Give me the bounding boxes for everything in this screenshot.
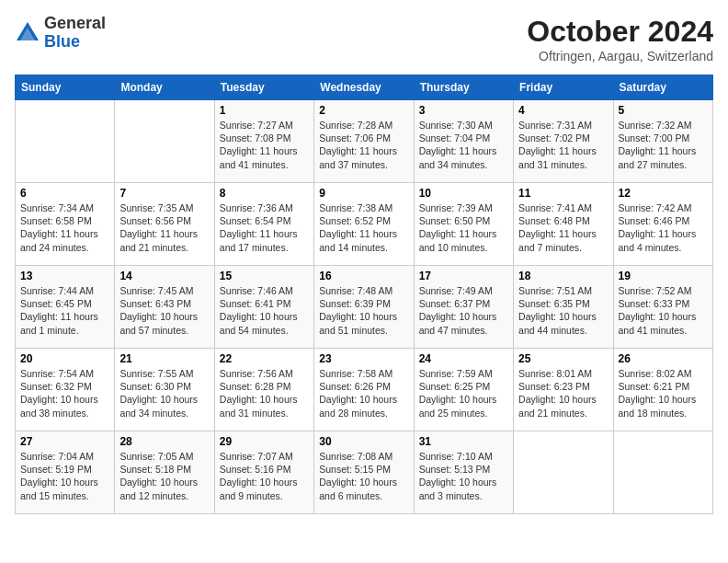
- day-number: 23: [319, 352, 408, 365]
- day-number: 12: [619, 187, 708, 200]
- day-number: 28: [119, 435, 209, 448]
- day-content: Sunrise: 7:34 AM Sunset: 6:58 PM Dayligh…: [20, 201, 109, 254]
- logo-blue-text: Blue: [44, 32, 80, 51]
- day-content: Sunrise: 7:51 AM Sunset: 6:35 PM Dayligh…: [518, 284, 608, 337]
- day-content: Sunrise: 7:46 AM Sunset: 6:41 PM Dayligh…: [220, 284, 309, 337]
- calendar-cell: 5Sunrise: 7:32 AM Sunset: 7:00 PM Daylig…: [613, 100, 712, 183]
- week-row-4: 20Sunrise: 7:54 AM Sunset: 6:32 PM Dayli…: [16, 349, 713, 431]
- calendar-cell: 21Sunrise: 7:55 AM Sunset: 6:30 PM Dayli…: [115, 349, 214, 431]
- logo: General Blue: [15, 15, 106, 52]
- weekday-tuesday: Tuesday: [214, 75, 313, 100]
- calendar-header: SundayMondayTuesdayWednesdayThursdayFrid…: [16, 75, 713, 100]
- calendar-cell: 4Sunrise: 7:31 AM Sunset: 7:02 PM Daylig…: [514, 100, 613, 183]
- day-number: 22: [220, 352, 309, 365]
- calendar-table: SundayMondayTuesdayWednesdayThursdayFrid…: [15, 75, 713, 514]
- day-content: Sunrise: 7:45 AM Sunset: 6:43 PM Dayligh…: [119, 284, 209, 337]
- calendar-cell: 13Sunrise: 7:44 AM Sunset: 6:45 PM Dayli…: [16, 266, 115, 349]
- weekday-wednesday: Wednesday: [314, 75, 414, 100]
- day-content: Sunrise: 8:01 AM Sunset: 6:23 PM Dayligh…: [518, 367, 608, 419]
- calendar-cell: 9Sunrise: 7:38 AM Sunset: 6:52 PM Daylig…: [314, 183, 414, 266]
- weekday-monday: Monday: [115, 75, 214, 100]
- day-content: Sunrise: 7:59 AM Sunset: 6:25 PM Dayligh…: [419, 367, 508, 419]
- calendar-cell: [115, 100, 214, 183]
- calendar-cell: [514, 431, 613, 514]
- day-number: 1: [220, 104, 309, 117]
- calendar-cell: 25Sunrise: 8:01 AM Sunset: 6:23 PM Dayli…: [514, 349, 613, 431]
- calendar-cell: 26Sunrise: 8:02 AM Sunset: 6:21 PM Dayli…: [613, 349, 712, 431]
- day-content: Sunrise: 7:10 AM Sunset: 5:13 PM Dayligh…: [419, 450, 508, 502]
- day-content: Sunrise: 7:58 AM Sunset: 6:26 PM Dayligh…: [319, 367, 408, 419]
- day-number: 7: [119, 187, 209, 200]
- day-number: 9: [319, 187, 408, 200]
- day-number: 16: [319, 270, 408, 282]
- day-content: Sunrise: 7:35 AM Sunset: 6:56 PM Dayligh…: [119, 201, 209, 254]
- day-number: 5: [619, 104, 708, 117]
- calendar-cell: 15Sunrise: 7:46 AM Sunset: 6:41 PM Dayli…: [214, 266, 313, 349]
- day-content: Sunrise: 7:05 AM Sunset: 5:18 PM Dayligh…: [119, 450, 209, 502]
- calendar-cell: 2Sunrise: 7:28 AM Sunset: 7:06 PM Daylig…: [314, 100, 414, 183]
- day-content: Sunrise: 7:49 AM Sunset: 6:37 PM Dayligh…: [419, 284, 508, 337]
- day-content: Sunrise: 7:07 AM Sunset: 5:16 PM Dayligh…: [220, 450, 309, 502]
- calendar-cell: 11Sunrise: 7:41 AM Sunset: 6:48 PM Dayli…: [514, 183, 613, 266]
- day-number: 18: [518, 270, 608, 282]
- day-number: 8: [220, 187, 309, 200]
- calendar-cell: 18Sunrise: 7:51 AM Sunset: 6:35 PM Dayli…: [514, 266, 613, 349]
- logo-icon: [15, 20, 40, 46]
- calendar-cell: [16, 100, 115, 183]
- calendar-cell: 22Sunrise: 7:56 AM Sunset: 6:28 PM Dayli…: [214, 349, 313, 431]
- day-number: 27: [20, 435, 109, 448]
- day-number: 13: [20, 270, 109, 282]
- weekday-saturday: Saturday: [613, 75, 712, 100]
- weekday-thursday: Thursday: [414, 75, 513, 100]
- day-content: Sunrise: 7:30 AM Sunset: 7:04 PM Dayligh…: [419, 119, 508, 171]
- calendar-cell: 29Sunrise: 7:07 AM Sunset: 5:16 PM Dayli…: [214, 431, 313, 514]
- day-content: Sunrise: 7:48 AM Sunset: 6:39 PM Dayligh…: [319, 284, 408, 337]
- calendar-cell: 8Sunrise: 7:36 AM Sunset: 6:54 PM Daylig…: [214, 183, 313, 266]
- day-content: Sunrise: 7:52 AM Sunset: 6:33 PM Dayligh…: [619, 284, 708, 337]
- day-number: 29: [220, 435, 309, 448]
- calendar-body: 1Sunrise: 7:27 AM Sunset: 7:08 PM Daylig…: [16, 100, 713, 514]
- calendar-cell: 10Sunrise: 7:39 AM Sunset: 6:50 PM Dayli…: [414, 183, 513, 266]
- week-row-3: 13Sunrise: 7:44 AM Sunset: 6:45 PM Dayli…: [16, 266, 713, 349]
- weekday-sunday: Sunday: [16, 75, 115, 100]
- day-number: 17: [419, 270, 508, 282]
- calendar-cell: 20Sunrise: 7:54 AM Sunset: 6:32 PM Dayli…: [16, 349, 115, 431]
- day-content: Sunrise: 8:02 AM Sunset: 6:21 PM Dayligh…: [619, 367, 708, 419]
- calendar-cell: 14Sunrise: 7:45 AM Sunset: 6:43 PM Dayli…: [115, 266, 214, 349]
- day-number: 21: [119, 352, 209, 365]
- day-content: Sunrise: 7:54 AM Sunset: 6:32 PM Dayligh…: [20, 367, 109, 419]
- calendar-cell: 24Sunrise: 7:59 AM Sunset: 6:25 PM Dayli…: [414, 349, 513, 431]
- calendar-cell: 6Sunrise: 7:34 AM Sunset: 6:58 PM Daylig…: [16, 183, 115, 266]
- calendar-cell: 12Sunrise: 7:42 AM Sunset: 6:46 PM Dayli…: [613, 183, 712, 266]
- day-content: Sunrise: 7:55 AM Sunset: 6:30 PM Dayligh…: [119, 367, 209, 419]
- day-content: Sunrise: 7:31 AM Sunset: 7:02 PM Dayligh…: [518, 119, 608, 171]
- day-content: Sunrise: 7:32 AM Sunset: 7:00 PM Dayligh…: [619, 119, 708, 171]
- month-title: October 2024: [527, 15, 713, 49]
- calendar-cell: 31Sunrise: 7:10 AM Sunset: 5:13 PM Dayli…: [414, 431, 513, 514]
- day-number: 15: [220, 270, 309, 282]
- calendar-cell: 3Sunrise: 7:30 AM Sunset: 7:04 PM Daylig…: [414, 100, 513, 183]
- week-row-5: 27Sunrise: 7:04 AM Sunset: 5:19 PM Dayli…: [16, 431, 713, 514]
- day-number: 20: [20, 352, 109, 365]
- day-content: Sunrise: 7:39 AM Sunset: 6:50 PM Dayligh…: [419, 201, 508, 254]
- location-text: Oftringen, Aargau, Switzerland: [527, 49, 713, 63]
- day-number: 2: [319, 104, 408, 117]
- day-content: Sunrise: 7:36 AM Sunset: 6:54 PM Dayligh…: [220, 201, 309, 254]
- day-number: 4: [518, 104, 608, 117]
- title-block: October 2024 Oftringen, Aargau, Switzerl…: [527, 15, 713, 63]
- day-content: Sunrise: 7:08 AM Sunset: 5:15 PM Dayligh…: [319, 450, 408, 502]
- day-content: Sunrise: 7:28 AM Sunset: 7:06 PM Dayligh…: [319, 119, 408, 171]
- calendar-cell: 23Sunrise: 7:58 AM Sunset: 6:26 PM Dayli…: [314, 349, 414, 431]
- day-number: 26: [619, 352, 708, 365]
- page-header: General Blue October 2024 Oftringen, Aar…: [15, 15, 713, 63]
- calendar-cell: 16Sunrise: 7:48 AM Sunset: 6:39 PM Dayli…: [314, 266, 414, 349]
- calendar-cell: [613, 431, 712, 514]
- day-number: 11: [518, 187, 608, 200]
- day-number: 31: [419, 435, 508, 448]
- weekday-friday: Friday: [514, 75, 613, 100]
- day-content: Sunrise: 7:42 AM Sunset: 6:46 PM Dayligh…: [619, 201, 708, 254]
- day-number: 24: [419, 352, 508, 365]
- weekday-header-row: SundayMondayTuesdayWednesdayThursdayFrid…: [16, 75, 713, 100]
- calendar-cell: 19Sunrise: 7:52 AM Sunset: 6:33 PM Dayli…: [613, 266, 712, 349]
- calendar-cell: 1Sunrise: 7:27 AM Sunset: 7:08 PM Daylig…: [214, 100, 313, 183]
